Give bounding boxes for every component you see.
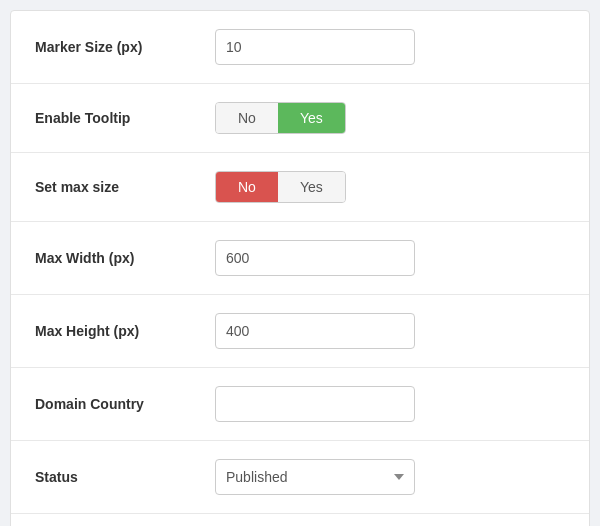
max-width-label: Max Width (px) bbox=[35, 250, 215, 266]
set-max-size-no-button[interactable]: No bbox=[216, 172, 278, 202]
settings-form: Marker Size (px) Enable Tooltip No Yes S… bbox=[10, 10, 590, 526]
max-width-control bbox=[215, 240, 565, 276]
marker-size-label: Marker Size (px) bbox=[35, 39, 215, 55]
status-control: Published Draft Private bbox=[215, 459, 565, 495]
enable-tooltip-toggle-group: No Yes bbox=[215, 102, 346, 134]
set-max-size-control: No Yes bbox=[215, 171, 565, 203]
max-height-control bbox=[215, 313, 565, 349]
enable-tooltip-no-button[interactable]: No bbox=[216, 103, 278, 133]
max-width-input[interactable] bbox=[215, 240, 415, 276]
set-max-size-label: Set max size bbox=[35, 179, 215, 195]
status-row: Status Published Draft Private bbox=[11, 441, 589, 514]
max-height-input[interactable] bbox=[215, 313, 415, 349]
domain-country-input[interactable] bbox=[215, 386, 415, 422]
domain-country-row: Domain Country bbox=[11, 368, 589, 441]
enable-tooltip-control: No Yes bbox=[215, 102, 565, 134]
language-row: Language All English Spanish French bbox=[11, 514, 589, 526]
enable-tooltip-label: Enable Tooltip bbox=[35, 110, 215, 126]
enable-tooltip-yes-button[interactable]: Yes bbox=[278, 103, 345, 133]
status-label: Status bbox=[35, 469, 215, 485]
status-select[interactable]: Published Draft Private bbox=[215, 459, 415, 495]
marker-size-control bbox=[215, 29, 565, 65]
max-width-row: Max Width (px) bbox=[11, 222, 589, 295]
set-max-size-yes-button[interactable]: Yes bbox=[278, 172, 345, 202]
max-height-label: Max Height (px) bbox=[35, 323, 215, 339]
set-max-size-row: Set max size No Yes bbox=[11, 153, 589, 222]
enable-tooltip-row: Enable Tooltip No Yes bbox=[11, 84, 589, 153]
domain-country-control bbox=[215, 386, 565, 422]
marker-size-input[interactable] bbox=[215, 29, 415, 65]
marker-size-row: Marker Size (px) bbox=[11, 11, 589, 84]
max-height-row: Max Height (px) bbox=[11, 295, 589, 368]
set-max-size-toggle-group: No Yes bbox=[215, 171, 346, 203]
domain-country-label: Domain Country bbox=[35, 396, 215, 412]
